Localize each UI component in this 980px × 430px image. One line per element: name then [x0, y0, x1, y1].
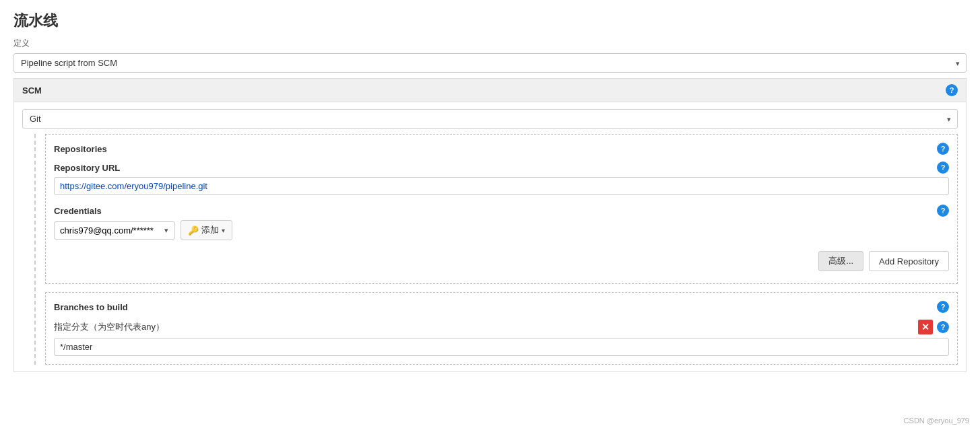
branch-input[interactable] [54, 338, 949, 356]
repositories-help-icon[interactable]: ? [937, 143, 949, 155]
credentials-select[interactable]: chris979@qq.com/******none [54, 221, 175, 240]
watermark: CSDN @eryou_979 [904, 417, 969, 425]
branches-label: Branches to build [54, 302, 128, 312]
branches-help-icon[interactable]: ? [937, 301, 949, 313]
delete-branch-button[interactable]: ✕ [918, 320, 933, 334]
credentials-section: Credentials ? chris979@qq.com/******none… [54, 205, 949, 240]
page-title: 流水线 [13, 11, 967, 31]
credentials-label-row: Credentials ? [54, 205, 949, 217]
repo-url-section: Repository URL ? [54, 162, 949, 195]
scm-body: GitNoneSubversion ▾ Repositories ? Repos… [14, 102, 966, 371]
add-repository-button[interactable]: Add Repository [869, 251, 949, 271]
definition-label: 定义 [13, 38, 967, 49]
repo-url-input[interactable] [54, 177, 949, 195]
advanced-button[interactable]: 高级... [818, 251, 863, 271]
branch-specify-row: 指定分支（为空时代表any） ✕ ? [54, 320, 949, 334]
page-container: 流水线 定义 Pipeline script from SCMPipeline … [0, 0, 980, 430]
repositories-label: Repositories [54, 144, 107, 154]
scm-help-icon[interactable]: ? [946, 84, 958, 96]
key-icon: 🔑 [188, 225, 199, 236]
add-btn-dropdown-arrow: ▾ [222, 227, 225, 234]
action-buttons-row: 高级... Add Repository [54, 251, 949, 271]
scm-section: SCM ? GitNoneSubversion ▾ Repositories ? [13, 78, 967, 372]
branches-header: Branches to build ? [54, 301, 949, 313]
credentials-label: Credentials [54, 206, 102, 216]
repositories-header: Repositories ? [54, 143, 949, 155]
add-button-label: 添加 [201, 224, 219, 236]
scm-header: SCM ? [14, 79, 966, 102]
credentials-select-wrapper: chris979@qq.com/******none ▾ [54, 221, 175, 240]
credentials-controls: chris979@qq.com/******none ▾ 🔑 添加 ▾ [54, 220, 949, 240]
definition-select[interactable]: Pipeline script from SCMPipeline script [13, 53, 967, 73]
git-select[interactable]: GitNoneSubversion [22, 109, 958, 129]
branch-help-icon2[interactable]: ? [937, 321, 949, 333]
git-select-wrapper: GitNoneSubversion ▾ [22, 109, 958, 129]
credentials-help-icon[interactable]: ? [937, 205, 949, 217]
branch-specify-label: 指定分支（为空时代表any） [54, 321, 164, 333]
add-credentials-button[interactable]: 🔑 添加 ▾ [181, 220, 232, 240]
repo-url-help-icon[interactable]: ? [937, 162, 949, 174]
repositories-section: Repositories ? Repository URL ? [45, 134, 958, 284]
branches-section: Branches to build ? 指定分支（为空时代表any） ✕ ? [45, 292, 958, 365]
repo-url-label-row: Repository URL ? [54, 162, 949, 174]
branch-controls-row: ✕ ? [918, 320, 949, 334]
dashed-indent: Repositories ? Repository URL ? [34, 134, 958, 365]
repo-url-label: Repository URL [54, 163, 120, 173]
definition-select-wrapper: Pipeline script from SCMPipeline script … [13, 53, 967, 73]
scm-label: SCM [22, 85, 42, 96]
